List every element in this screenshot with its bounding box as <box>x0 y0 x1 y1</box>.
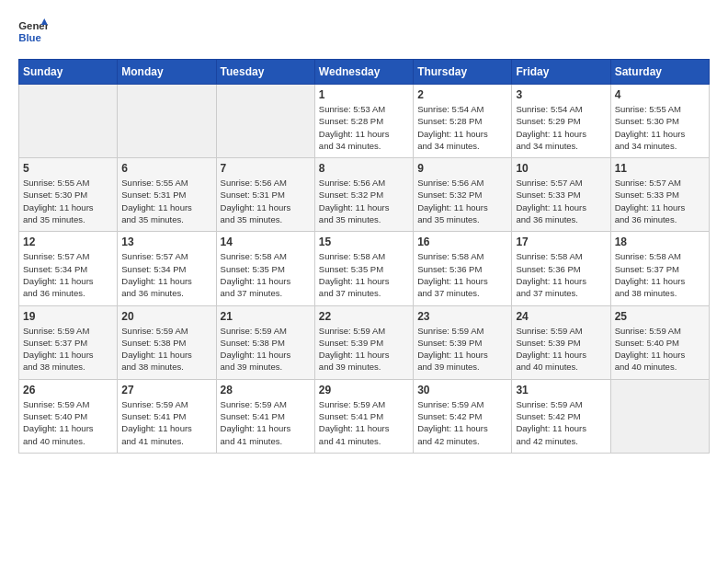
day-info: Sunrise: 5:56 AM Sunset: 5:31 PM Dayligh… <box>221 177 311 225</box>
calendar-cell: 26Sunrise: 5:59 AM Sunset: 5:40 PM Dayli… <box>19 379 118 453</box>
svg-text:Blue: Blue <box>18 32 41 43</box>
day-number: 21 <box>221 310 311 323</box>
calendar-cell: 9Sunrise: 5:56 AM Sunset: 5:32 PM Daylig… <box>414 158 512 232</box>
day-info: Sunrise: 5:59 AM Sunset: 5:39 PM Dayligh… <box>516 325 606 373</box>
day-number: 16 <box>417 236 507 248</box>
calendar-cell: 16Sunrise: 5:58 AM Sunset: 5:36 PM Dayli… <box>414 232 512 305</box>
weekday-header-row: SundayMondayTuesdayWednesdayThursdayFrid… <box>19 60 710 85</box>
day-number: 19 <box>23 310 113 323</box>
day-number: 10 <box>516 162 606 175</box>
calendar-cell <box>118 85 216 158</box>
weekday-header-sunday: Sunday <box>19 60 118 85</box>
calendar-cell <box>216 85 314 158</box>
page-header: General Blue <box>18 18 710 44</box>
day-number: 9 <box>417 162 507 175</box>
day-info: Sunrise: 5:59 AM Sunset: 5:40 PM Dayligh… <box>23 398 113 447</box>
calendar-cell: 27Sunrise: 5:59 AM Sunset: 5:41 PM Dayli… <box>118 379 216 453</box>
calendar-cell: 14Sunrise: 5:58 AM Sunset: 5:35 PM Dayli… <box>216 232 314 305</box>
calendar-cell: 22Sunrise: 5:59 AM Sunset: 5:39 PM Dayli… <box>314 305 413 379</box>
calendar-cell: 11Sunrise: 5:57 AM Sunset: 5:33 PM Dayli… <box>610 158 709 232</box>
day-info: Sunrise: 5:57 AM Sunset: 5:33 PM Dayligh… <box>615 177 705 225</box>
calendar-cell: 15Sunrise: 5:58 AM Sunset: 5:35 PM Dayli… <box>314 232 413 305</box>
day-number: 12 <box>23 236 113 248</box>
calendar-cell: 30Sunrise: 5:59 AM Sunset: 5:42 PM Dayli… <box>414 379 512 453</box>
day-info: Sunrise: 5:59 AM Sunset: 5:38 PM Dayligh… <box>221 325 311 373</box>
day-info: Sunrise: 5:58 AM Sunset: 5:35 PM Dayligh… <box>319 250 409 299</box>
day-number: 28 <box>221 384 311 396</box>
weekday-header-saturday: Saturday <box>610 60 709 85</box>
day-number: 14 <box>221 236 311 248</box>
calendar-cell: 31Sunrise: 5:59 AM Sunset: 5:42 PM Dayli… <box>512 379 610 453</box>
calendar-cell: 17Sunrise: 5:58 AM Sunset: 5:36 PM Dayli… <box>512 232 610 305</box>
day-number: 4 <box>615 88 705 101</box>
calendar-cell: 7Sunrise: 5:56 AM Sunset: 5:31 PM Daylig… <box>216 158 314 232</box>
day-number: 3 <box>516 88 606 101</box>
day-number: 23 <box>417 310 507 323</box>
day-info: Sunrise: 5:59 AM Sunset: 5:38 PM Dayligh… <box>121 325 211 373</box>
day-info: Sunrise: 5:58 AM Sunset: 5:36 PM Dayligh… <box>516 250 606 299</box>
day-number: 20 <box>121 310 211 323</box>
day-info: Sunrise: 5:57 AM Sunset: 5:33 PM Dayligh… <box>516 177 606 225</box>
day-number: 7 <box>221 162 311 175</box>
day-number: 27 <box>121 384 211 396</box>
day-info: Sunrise: 5:59 AM Sunset: 5:41 PM Dayligh… <box>319 398 409 447</box>
day-number: 11 <box>615 162 705 175</box>
day-info: Sunrise: 5:55 AM Sunset: 5:31 PM Dayligh… <box>121 177 211 225</box>
day-number: 2 <box>417 88 507 101</box>
day-number: 18 <box>615 236 705 248</box>
calendar-week-row: 12Sunrise: 5:57 AM Sunset: 5:34 PM Dayli… <box>19 232 710 305</box>
calendar-cell: 25Sunrise: 5:59 AM Sunset: 5:40 PM Dayli… <box>610 305 709 379</box>
day-number: 8 <box>319 162 409 175</box>
day-info: Sunrise: 5:57 AM Sunset: 5:34 PM Dayligh… <box>121 250 211 299</box>
day-info: Sunrise: 5:56 AM Sunset: 5:32 PM Dayligh… <box>417 177 507 225</box>
day-number: 1 <box>319 88 409 101</box>
calendar-cell: 20Sunrise: 5:59 AM Sunset: 5:38 PM Dayli… <box>118 305 216 379</box>
calendar-cell: 2Sunrise: 5:54 AM Sunset: 5:28 PM Daylig… <box>414 85 512 158</box>
day-info: Sunrise: 5:59 AM Sunset: 5:42 PM Dayligh… <box>516 398 606 447</box>
day-number: 6 <box>121 162 211 175</box>
day-info: Sunrise: 5:54 AM Sunset: 5:28 PM Dayligh… <box>417 103 507 152</box>
calendar-cell: 4Sunrise: 5:55 AM Sunset: 5:30 PM Daylig… <box>610 85 709 158</box>
day-info: Sunrise: 5:59 AM Sunset: 5:37 PM Dayligh… <box>23 325 113 373</box>
day-info: Sunrise: 5:57 AM Sunset: 5:34 PM Dayligh… <box>23 250 113 299</box>
calendar-cell: 8Sunrise: 5:56 AM Sunset: 5:32 PM Daylig… <box>314 158 413 232</box>
calendar-cell: 29Sunrise: 5:59 AM Sunset: 5:41 PM Dayli… <box>314 379 413 453</box>
calendar-cell: 1Sunrise: 5:53 AM Sunset: 5:28 PM Daylig… <box>314 85 413 158</box>
day-info: Sunrise: 5:53 AM Sunset: 5:28 PM Dayligh… <box>319 103 409 152</box>
calendar-table: SundayMondayTuesdayWednesdayThursdayFrid… <box>18 59 710 454</box>
day-info: Sunrise: 5:55 AM Sunset: 5:30 PM Dayligh… <box>23 177 113 225</box>
weekday-header-tuesday: Tuesday <box>216 60 314 85</box>
calendar-week-row: 19Sunrise: 5:59 AM Sunset: 5:37 PM Dayli… <box>19 305 710 379</box>
calendar-cell: 18Sunrise: 5:58 AM Sunset: 5:37 PM Dayli… <box>610 232 709 305</box>
day-info: Sunrise: 5:59 AM Sunset: 5:41 PM Dayligh… <box>121 398 211 447</box>
day-number: 22 <box>319 310 409 323</box>
day-number: 29 <box>319 384 409 396</box>
calendar-cell: 6Sunrise: 5:55 AM Sunset: 5:31 PM Daylig… <box>118 158 216 232</box>
calendar-cell: 3Sunrise: 5:54 AM Sunset: 5:29 PM Daylig… <box>512 85 610 158</box>
weekday-header-monday: Monday <box>118 60 216 85</box>
calendar-cell: 19Sunrise: 5:59 AM Sunset: 5:37 PM Dayli… <box>19 305 118 379</box>
calendar-cell: 23Sunrise: 5:59 AM Sunset: 5:39 PM Dayli… <box>414 305 512 379</box>
day-number: 25 <box>615 310 705 323</box>
day-info: Sunrise: 5:59 AM Sunset: 5:42 PM Dayligh… <box>417 398 507 447</box>
day-number: 15 <box>319 236 409 248</box>
day-number: 13 <box>121 236 211 248</box>
weekday-header-thursday: Thursday <box>414 60 512 85</box>
day-number: 5 <box>23 162 113 175</box>
calendar-cell: 13Sunrise: 5:57 AM Sunset: 5:34 PM Dayli… <box>118 232 216 305</box>
day-info: Sunrise: 5:56 AM Sunset: 5:32 PM Dayligh… <box>319 177 409 225</box>
calendar-cell: 12Sunrise: 5:57 AM Sunset: 5:34 PM Dayli… <box>19 232 118 305</box>
logo: General Blue <box>18 18 53 44</box>
calendar-cell: 5Sunrise: 5:55 AM Sunset: 5:30 PM Daylig… <box>19 158 118 232</box>
weekday-header-friday: Friday <box>512 60 610 85</box>
day-info: Sunrise: 5:58 AM Sunset: 5:37 PM Dayligh… <box>615 250 705 299</box>
day-info: Sunrise: 5:58 AM Sunset: 5:36 PM Dayligh… <box>417 250 507 299</box>
day-info: Sunrise: 5:59 AM Sunset: 5:39 PM Dayligh… <box>319 325 409 373</box>
calendar-cell: 24Sunrise: 5:59 AM Sunset: 5:39 PM Dayli… <box>512 305 610 379</box>
weekday-header-wednesday: Wednesday <box>314 60 413 85</box>
day-info: Sunrise: 5:58 AM Sunset: 5:35 PM Dayligh… <box>221 250 311 299</box>
day-info: Sunrise: 5:59 AM Sunset: 5:41 PM Dayligh… <box>221 398 311 447</box>
day-number: 31 <box>516 384 606 396</box>
calendar-cell: 28Sunrise: 5:59 AM Sunset: 5:41 PM Dayli… <box>216 379 314 453</box>
day-number: 17 <box>516 236 606 248</box>
